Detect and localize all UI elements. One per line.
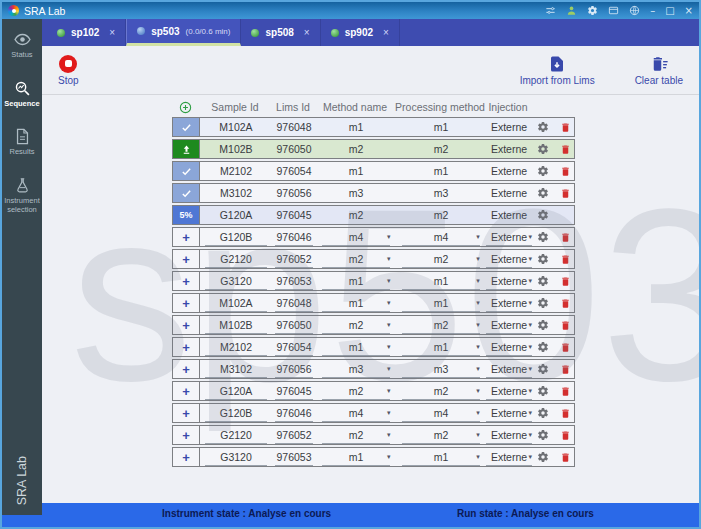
row-delete-button[interactable] bbox=[554, 382, 576, 400]
lims-id-cell[interactable]: 976046 bbox=[272, 228, 316, 246]
processing-method-cell[interactable]: m3▾ bbox=[396, 360, 486, 378]
row-delete-button[interactable] bbox=[554, 184, 576, 202]
injection-cell[interactable]: Externe▾ bbox=[486, 338, 532, 356]
sample-id-cell[interactable]: G120A bbox=[200, 382, 272, 400]
lims-id-cell[interactable]: 976050 bbox=[272, 316, 316, 334]
row-delete-button[interactable] bbox=[554, 162, 576, 180]
sample-id-cell[interactable]: M102A bbox=[200, 294, 272, 312]
row-delete-button[interactable] bbox=[554, 316, 576, 334]
sidebar-item-results[interactable]: Results bbox=[2, 128, 42, 157]
sample-id-cell[interactable]: G2120 bbox=[200, 250, 272, 268]
method-name-cell[interactable]: m2▾ bbox=[316, 426, 396, 444]
row-settings-button[interactable] bbox=[532, 426, 554, 444]
processing-method-cell[interactable]: m1▾ bbox=[396, 294, 486, 312]
row-delete-button[interactable] bbox=[554, 118, 576, 136]
help-icon[interactable] bbox=[629, 5, 640, 16]
settings-icon[interactable] bbox=[587, 5, 598, 16]
row-settings-button[interactable] bbox=[532, 316, 554, 334]
injection-cell[interactable]: Externe▾ bbox=[486, 316, 532, 334]
lims-id-cell[interactable]: 976054 bbox=[272, 338, 316, 356]
minimize-button[interactable]: – bbox=[650, 6, 655, 16]
row-delete-button[interactable] bbox=[554, 140, 576, 158]
injection-cell[interactable]: Externe▾ bbox=[486, 382, 532, 400]
tab-close-icon[interactable]: × bbox=[109, 27, 115, 38]
lims-id-cell[interactable]: 976053 bbox=[272, 448, 316, 466]
add-row-button[interactable]: + bbox=[173, 294, 200, 312]
tab-sp508[interactable]: sp508× bbox=[241, 19, 320, 46]
add-row-button[interactable]: + bbox=[173, 338, 200, 356]
method-name-cell[interactable]: m3▾ bbox=[316, 360, 396, 378]
row-settings-button[interactable] bbox=[532, 162, 554, 180]
injection-cell[interactable]: Externe▾ bbox=[486, 228, 532, 246]
method-name-cell[interactable]: m2▾ bbox=[316, 382, 396, 400]
row-settings-button[interactable] bbox=[532, 184, 554, 202]
import-from-lims-button[interactable]: Import from Lims bbox=[520, 55, 595, 86]
method-name-cell[interactable]: m4▾ bbox=[316, 228, 396, 246]
add-row-button[interactable]: + bbox=[173, 316, 200, 334]
tab-sp503[interactable]: sp503(0.0/0.6 min) bbox=[126, 19, 241, 46]
processing-method-cell[interactable]: m4▾ bbox=[396, 228, 486, 246]
row-settings-button[interactable] bbox=[532, 338, 554, 356]
row-settings-button[interactable] bbox=[532, 294, 554, 312]
sample-id-cell[interactable]: G120B bbox=[200, 228, 272, 246]
sidebar-item-status[interactable]: Status bbox=[2, 31, 42, 60]
method-name-cell[interactable]: m2▾ bbox=[316, 250, 396, 268]
processing-method-cell[interactable]: m2▾ bbox=[396, 426, 486, 444]
lims-id-cell[interactable]: 976056 bbox=[272, 360, 316, 378]
user-icon[interactable] bbox=[566, 5, 577, 16]
row-delete-button[interactable] bbox=[554, 294, 576, 312]
row-delete-button[interactable] bbox=[554, 360, 576, 378]
add-row-button[interactable]: + bbox=[173, 382, 200, 400]
sample-id-cell[interactable]: M3102 bbox=[200, 360, 272, 378]
row-settings-button[interactable] bbox=[532, 228, 554, 246]
row-delete-button[interactable] bbox=[554, 426, 576, 444]
tab-sp902[interactable]: sp902× bbox=[321, 19, 400, 46]
plus-circle-icon[interactable] bbox=[179, 101, 192, 114]
injection-cell[interactable]: Externe▾ bbox=[486, 250, 532, 268]
add-row-button[interactable]: + bbox=[173, 404, 200, 422]
row-delete-button[interactable] bbox=[554, 338, 576, 356]
lims-id-cell[interactable]: 976046 bbox=[272, 404, 316, 422]
injection-cell[interactable]: Externe▾ bbox=[486, 426, 532, 444]
lims-id-cell[interactable]: 976052 bbox=[272, 426, 316, 444]
sample-id-cell[interactable]: G120B bbox=[200, 404, 272, 422]
tab-close-icon[interactable]: × bbox=[383, 27, 389, 38]
method-name-cell[interactable]: m1▾ bbox=[316, 272, 396, 290]
row-settings-button[interactable] bbox=[532, 272, 554, 290]
row-delete-button[interactable] bbox=[554, 228, 576, 246]
lims-id-cell[interactable]: 976045 bbox=[272, 382, 316, 400]
add-row-button[interactable]: + bbox=[173, 360, 200, 378]
injection-cell[interactable]: Externe▾ bbox=[486, 360, 532, 378]
row-delete-button[interactable] bbox=[554, 272, 576, 290]
tab-sp102[interactable]: sp102× bbox=[47, 19, 126, 46]
sidebar-item-instrument-selection[interactable]: Instrument selection bbox=[2, 177, 42, 214]
method-name-cell[interactable]: m2▾ bbox=[316, 316, 396, 334]
sample-id-cell[interactable]: M102B bbox=[200, 316, 272, 334]
sidebar-item-sequence[interactable]: Sequence bbox=[2, 80, 42, 109]
processing-method-cell[interactable]: m4▾ bbox=[396, 404, 486, 422]
sample-id-cell[interactable]: G2120 bbox=[200, 426, 272, 444]
row-settings-button[interactable] bbox=[532, 382, 554, 400]
injection-cell[interactable]: Externe▾ bbox=[486, 272, 532, 290]
lims-id-cell[interactable]: 976053 bbox=[272, 272, 316, 290]
row-settings-button[interactable] bbox=[532, 404, 554, 422]
add-row-button[interactable]: + bbox=[173, 272, 200, 290]
maximize-button[interactable]: □ bbox=[665, 6, 674, 16]
processing-method-cell[interactable]: m1▾ bbox=[396, 338, 486, 356]
layout-icon[interactable] bbox=[545, 5, 556, 16]
row-delete-button[interactable] bbox=[554, 250, 576, 268]
sample-id-cell[interactable]: G3120 bbox=[200, 272, 272, 290]
injection-cell[interactable]: Externe▾ bbox=[486, 404, 532, 422]
method-name-cell[interactable]: m1▾ bbox=[316, 448, 396, 466]
clear-table-button[interactable]: Clear table bbox=[635, 55, 683, 86]
stop-button[interactable]: Stop bbox=[58, 55, 79, 86]
sample-id-cell[interactable]: G3120 bbox=[200, 448, 272, 466]
row-settings-button[interactable] bbox=[532, 250, 554, 268]
add-row-button[interactable]: + bbox=[173, 426, 200, 444]
processing-method-cell[interactable]: m2▾ bbox=[396, 250, 486, 268]
processing-method-cell[interactable]: m1▾ bbox=[396, 448, 486, 466]
processing-method-cell[interactable]: m2▾ bbox=[396, 316, 486, 334]
lims-id-cell[interactable]: 976052 bbox=[272, 250, 316, 268]
add-row-button[interactable]: + bbox=[173, 448, 200, 466]
tab-close-icon[interactable]: × bbox=[304, 27, 310, 38]
